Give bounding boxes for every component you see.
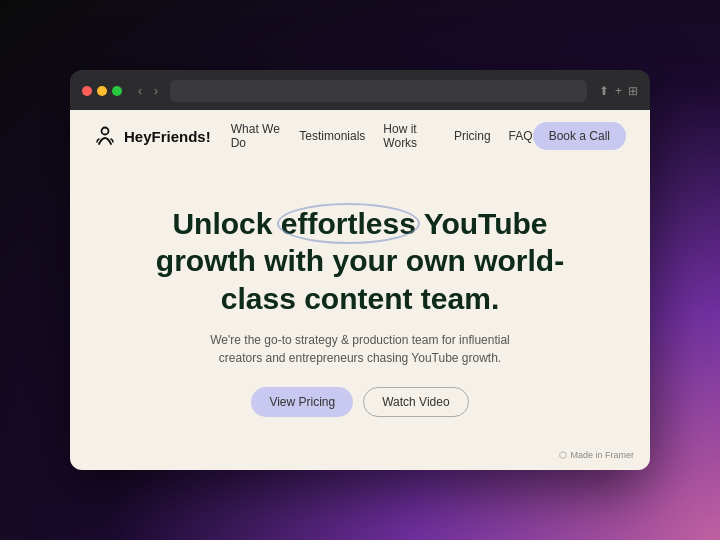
svg-point-0: [102, 128, 109, 135]
grid-button[interactable]: ⊞: [628, 84, 638, 98]
hero-section: Unlock effortless YouTubegrowth with you…: [70, 162, 650, 470]
hero-buttons: View Pricing Watch Video: [251, 387, 468, 417]
back-button[interactable]: ‹: [134, 82, 146, 100]
nav-links: What We Do Testimonials How it Works Pri…: [231, 122, 533, 150]
new-tab-button[interactable]: +: [615, 84, 622, 98]
navbar: HeyFriends! What We Do Testimonials How …: [70, 110, 650, 162]
highlight-effortless: effortless: [281, 205, 416, 243]
nav-faq[interactable]: FAQ: [509, 129, 533, 143]
nav-pricing[interactable]: Pricing: [454, 129, 491, 143]
page-content: HeyFriends! What We Do Testimonials How …: [70, 110, 650, 470]
nav-how-it-works[interactable]: How it Works: [383, 122, 436, 150]
view-pricing-button[interactable]: View Pricing: [251, 387, 353, 417]
browser-chrome: ‹ › ⬆ + ⊞: [70, 70, 650, 110]
nav-testimonials[interactable]: Testimonials: [299, 129, 365, 143]
hero-subtitle: We're the go-to strategy & production te…: [210, 331, 510, 367]
logo-area: HeyFriends!: [94, 124, 211, 148]
browser-controls: ‹ ›: [134, 82, 162, 100]
logo-text: HeyFriends!: [124, 128, 211, 145]
watch-video-button[interactable]: Watch Video: [363, 387, 468, 417]
framer-icon: ⬡: [559, 450, 567, 460]
hero-title: Unlock effortless YouTubegrowth with you…: [156, 205, 564, 318]
address-bar[interactable]: [170, 80, 587, 102]
framer-badge: ⬡ Made in Framer: [559, 450, 634, 460]
framer-label: Made in Framer: [570, 450, 634, 460]
forward-button[interactable]: ›: [150, 82, 162, 100]
close-button[interactable]: [82, 86, 92, 96]
browser-actions: ⬆ + ⊞: [599, 84, 638, 98]
browser-window: ‹ › ⬆ + ⊞ HeyFrie: [70, 70, 650, 470]
minimize-button[interactable]: [97, 86, 107, 96]
maximize-button[interactable]: [112, 86, 122, 96]
logo-icon: [94, 124, 118, 148]
share-button[interactable]: ⬆: [599, 84, 609, 98]
traffic-lights: [82, 86, 122, 96]
nav-what-we-do[interactable]: What We Do: [231, 122, 282, 150]
book-call-button[interactable]: Book a Call: [533, 122, 626, 150]
